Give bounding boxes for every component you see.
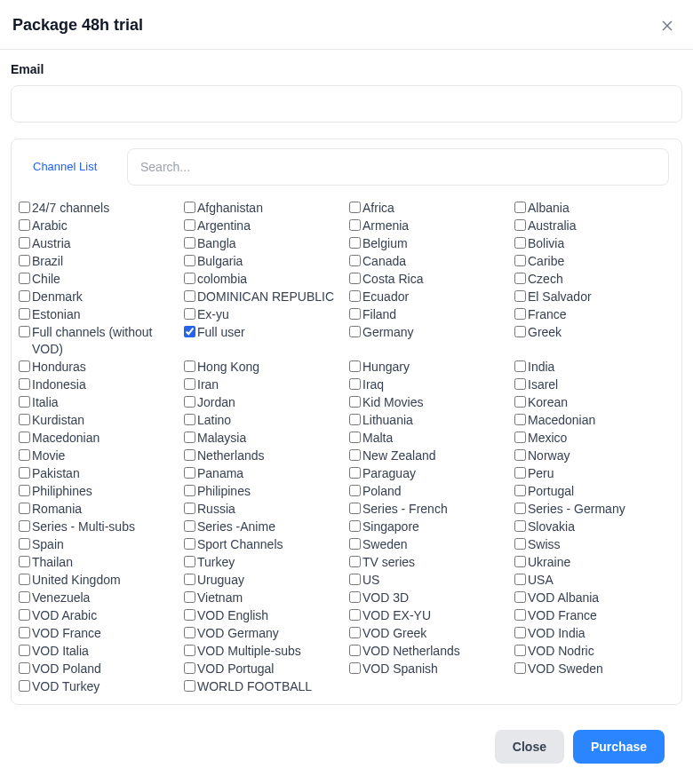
channel-item[interactable]: Panama [184,465,344,482]
channel-checkbox[interactable] [514,202,526,213]
channel-checkbox[interactable] [349,662,361,674]
channel-checkbox[interactable] [349,378,361,390]
channel-checkbox[interactable] [184,574,195,585]
channel-item[interactable]: Korean [514,394,674,411]
channel-checkbox[interactable] [184,326,195,337]
channel-checkbox[interactable] [184,609,195,621]
channel-checkbox[interactable] [349,449,361,461]
channel-checkbox[interactable] [184,485,195,496]
channel-checkbox[interactable] [19,432,30,443]
channel-checkbox[interactable] [19,378,30,390]
channel-item[interactable]: Mexico [514,430,674,447]
channel-checkbox[interactable] [184,449,195,461]
channel-item[interactable]: Greek [514,324,674,358]
channel-checkbox[interactable] [19,449,30,461]
channel-checkbox[interactable] [349,273,361,284]
channel-item[interactable]: Philiphines [19,483,179,500]
channel-checkbox[interactable] [184,503,195,514]
channel-item[interactable]: Series - French [349,501,509,518]
channel-checkbox[interactable] [514,591,526,603]
channel-checkbox[interactable] [349,326,361,337]
channel-item[interactable]: Costa Rica [349,271,509,288]
channel-checkbox[interactable] [514,449,526,461]
channel-checkbox[interactable] [514,396,526,408]
channel-checkbox[interactable] [349,520,361,532]
channel-checkbox[interactable] [19,556,30,567]
channel-item[interactable]: Venezuela [19,590,179,606]
channel-item[interactable]: Norway [514,447,674,464]
channel-checkbox[interactable] [184,680,195,692]
channel-item[interactable]: Bolivia [514,235,674,252]
channel-item[interactable]: VOD France [514,607,674,624]
channel-checkbox[interactable] [184,396,195,408]
channel-item[interactable]: Kurdistan [19,412,179,429]
channel-item[interactable]: Ecuador [349,289,509,305]
channel-checkbox[interactable] [349,556,361,567]
channel-checkbox[interactable] [514,378,526,390]
channel-checkbox[interactable] [184,273,195,284]
channel-item[interactable]: Paraguay [349,465,509,482]
channel-checkbox[interactable] [184,255,195,266]
channel-checkbox[interactable] [349,591,361,603]
channel-checkbox[interactable] [19,662,30,674]
channel-item[interactable]: Malaysia [184,430,344,447]
channel-checkbox[interactable] [349,308,361,320]
channel-checkbox[interactable] [19,485,30,496]
channel-item[interactable]: Macedonian [19,430,179,447]
channel-checkbox[interactable] [184,378,195,390]
channel-item[interactable]: VOD Arabic [19,607,179,624]
channel-checkbox[interactable] [184,467,195,479]
channel-item[interactable]: Russia [184,501,344,518]
channel-checkbox[interactable] [349,237,361,249]
channel-item[interactable]: El Salvador [514,289,674,305]
channel-item[interactable]: VOD Spanish [349,661,509,677]
channel-item[interactable]: VOD Germany [184,625,344,642]
channel-checkbox[interactable] [514,520,526,532]
channel-checkbox[interactable] [349,538,361,550]
channel-item[interactable]: Sport Channels [184,536,344,553]
channel-checkbox[interactable] [184,237,195,249]
channel-checkbox[interactable] [19,414,30,425]
channel-item[interactable]: Armenia [349,218,509,234]
channel-item[interactable]: Movie [19,447,179,464]
channel-item[interactable]: Turkey [184,554,344,571]
channel-checkbox[interactable] [514,574,526,585]
channel-item[interactable]: Philipines [184,483,344,500]
channel-checkbox[interactable] [184,627,195,638]
channel-item[interactable]: Bulgaria [184,253,344,270]
channel-checkbox[interactable] [19,538,30,550]
channel-item[interactable]: Ex-yu [184,306,344,323]
channel-checkbox[interactable] [349,432,361,443]
channel-item[interactable]: Italia [19,394,179,411]
channel-item[interactable]: Indonesia [19,376,179,393]
channel-checkbox[interactable] [514,414,526,425]
channel-item[interactable]: India [514,359,674,376]
channel-item[interactable]: VOD India [514,625,674,642]
channel-item[interactable]: Iraq [349,376,509,393]
channel-checkbox[interactable] [514,326,526,337]
channel-checkbox[interactable] [349,219,361,231]
channel-item[interactable]: VOD Nodric [514,643,674,660]
channel-checkbox[interactable] [349,627,361,638]
channel-item[interactable]: Estonian [19,306,179,323]
channel-item[interactable]: Argentina [184,218,344,234]
channel-checkbox[interactable] [349,290,361,302]
channel-checkbox[interactable] [514,219,526,231]
channel-item[interactable]: VOD Poland [19,661,179,677]
channel-checkbox[interactable] [19,290,30,302]
channel-checkbox[interactable] [514,627,526,638]
channel-item[interactable]: Ukraine [514,554,674,571]
channel-item[interactable]: TV series [349,554,509,571]
channel-item[interactable]: DOMINICAN REPUBLIC [184,289,344,305]
channel-checkbox[interactable] [514,255,526,266]
channel-checkbox[interactable] [514,237,526,249]
channel-checkbox[interactable] [184,202,195,213]
channel-checkbox[interactable] [19,680,30,692]
channel-checkbox[interactable] [19,396,30,408]
close-icon[interactable] [659,18,675,34]
channel-checkbox[interactable] [349,485,361,496]
channel-item[interactable]: Pakistan [19,465,179,482]
channel-item[interactable]: Vietnam [184,590,344,606]
channel-checkbox[interactable] [184,538,195,550]
channel-checkbox[interactable] [184,645,195,656]
